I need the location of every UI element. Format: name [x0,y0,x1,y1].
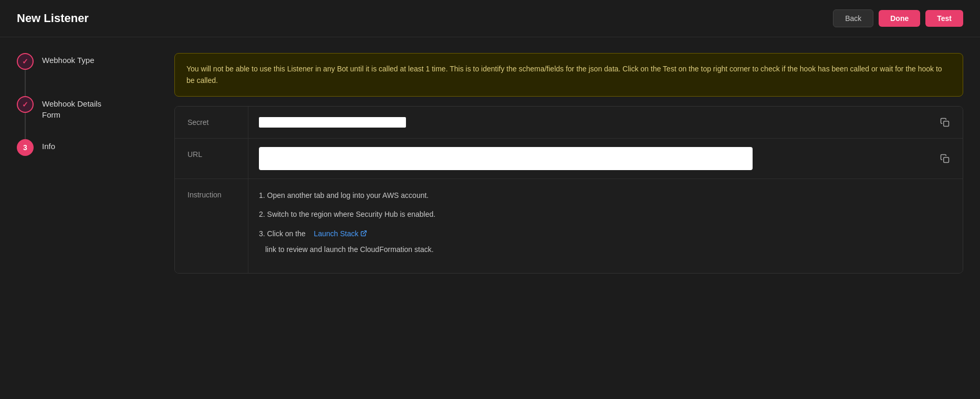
sidebar-connector-1: ✓ [17,53,34,96]
header-actions: Back Done Test [833,9,963,27]
instruction-content: 1. Open another tab and log into your AW… [248,179,963,274]
warning-banner: You will not be able to use this Listene… [174,53,963,97]
done-button[interactable]: Done [879,10,920,27]
table-row-url: URL [175,139,963,179]
table-row-instruction: Instruction 1. Open another tab and log … [175,179,963,274]
sidebar-item-webhook-type: ✓ Webhook Type [17,53,153,96]
launch-stack-link[interactable]: Launch Stack [314,228,368,239]
url-value-inner [259,147,929,170]
external-link-icon [360,230,367,237]
main-layout: ✓ Webhook Type ✓ Webhook DetailsForm 3 [0,37,980,399]
sidebar-item-info: 3 Info [17,139,153,156]
secret-value-inner [259,117,929,128]
sidebar-line-2 [25,113,26,139]
instruction-step-3: 3. Click on the Launch Stack [259,228,952,239]
instruction-link-suffix: link to review and launch the CloudForma… [265,244,952,255]
url-value-row [259,147,952,170]
instruction-step-2: 2. Switch to the region where Security H… [259,208,952,220]
secret-value [248,107,963,138]
sidebar-label-webhook-type: Webhook Type [42,53,95,66]
svg-line-2 [363,231,367,234]
back-button[interactable]: Back [833,9,873,27]
instruction-label: Instruction [175,179,248,274]
secret-value-row [259,115,952,130]
url-value [248,139,963,178]
sidebar-label-info: Info [42,139,55,152]
svg-rect-1 [944,158,949,163]
info-table: Secret [174,106,963,274]
sidebar-item-webhook-details: ✓ Webhook DetailsForm [17,96,153,139]
svg-rect-0 [944,121,949,127]
secret-bar [259,117,406,128]
instruction-step-3-text: 3. Click on the [259,229,306,238]
sidebar-label-webhook-details: Webhook DetailsForm [42,96,101,120]
sidebar-line-1 [25,70,26,96]
sidebar-connector-3: 3 [17,139,34,156]
sidebar-connector-2: ✓ [17,96,34,139]
sidebar-icon-info: 3 [17,139,34,156]
secret-label: Secret [175,107,248,138]
sidebar-icon-webhook-type: ✓ [17,53,34,70]
secret-copy-icon[interactable] [937,115,952,130]
instruction-step-1: 1. Open another tab and log into your AW… [259,190,952,201]
sidebar: ✓ Webhook Type ✓ Webhook DetailsForm 3 [17,53,153,383]
url-copy-icon[interactable] [937,151,952,166]
test-button[interactable]: Test [925,10,963,27]
instruction-steps: 1. Open another tab and log into your AW… [259,190,952,256]
url-display [259,147,753,170]
app-container: New Listener Back Done Test ✓ Webhook Ty… [0,0,980,399]
header: New Listener Back Done Test [0,0,980,37]
sidebar-icon-webhook-details: ✓ [17,96,34,113]
table-row-secret: Secret [175,107,963,139]
content-area: You will not be able to use this Listene… [174,53,963,383]
page-title: New Listener [17,12,89,25]
url-label: URL [175,139,248,178]
launch-stack-label: Launch Stack [314,228,359,239]
